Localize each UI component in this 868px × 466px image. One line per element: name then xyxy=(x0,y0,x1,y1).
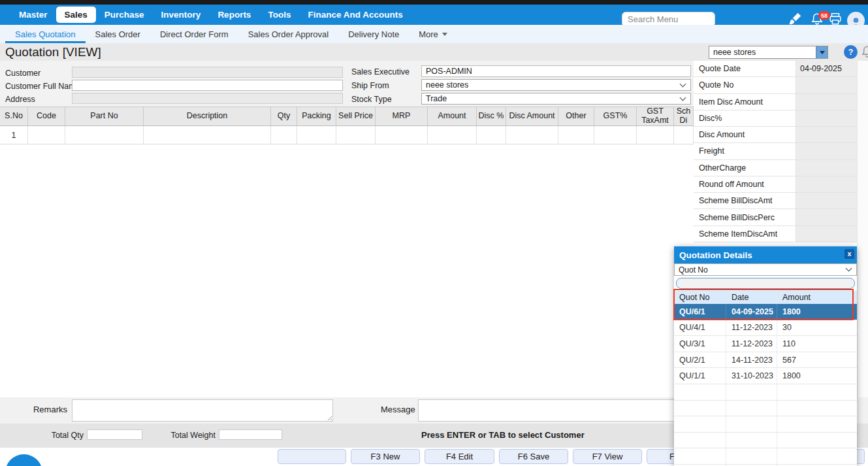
customer-field[interactable] xyxy=(72,67,343,78)
action-button-f4-edit[interactable]: F4 Edit xyxy=(425,449,494,464)
items-cell[interactable] xyxy=(637,126,674,144)
message-textarea[interactable] xyxy=(418,399,705,422)
total-weight-field[interactable] xyxy=(219,429,282,440)
chevron-down-icon xyxy=(680,94,686,101)
modal-table-row[interactable]: QU/4/111-12-202330 xyxy=(674,320,857,337)
subnav-item-delivery-note[interactable]: Delivery Note xyxy=(338,25,409,43)
close-icon[interactable]: x xyxy=(844,249,854,259)
topnav-tab-reports[interactable]: Reports xyxy=(209,7,259,23)
summary-label: Quote Date xyxy=(694,61,796,76)
topnav-tab-purchase[interactable]: Purchase xyxy=(96,7,153,23)
summary-value[interactable] xyxy=(796,143,857,159)
summary-value[interactable] xyxy=(796,193,857,208)
items-cell[interactable] xyxy=(144,126,271,144)
modal-table-row[interactable] xyxy=(674,448,857,465)
modal-table-row[interactable] xyxy=(674,384,857,401)
modal-table-row[interactable]: QU/2/114-11-2023567 xyxy=(674,352,857,369)
summary-value[interactable] xyxy=(796,176,857,192)
items-cell[interactable] xyxy=(297,126,336,144)
modal-cell: QU/4/1 xyxy=(674,320,726,336)
store-selector-dropdown-button[interactable] xyxy=(816,46,828,58)
modal-cell xyxy=(674,401,726,416)
summary-value[interactable] xyxy=(796,77,857,93)
total-qty-label: Total Qty xyxy=(37,431,84,440)
modal-filter-select[interactable]: Quot No xyxy=(674,263,857,276)
status-hint: Press ENTER or TAB to select Customer xyxy=(421,430,585,440)
modal-table-row[interactable]: QU/3/111-12-2023110 xyxy=(674,336,857,352)
summary-value[interactable] xyxy=(796,209,857,225)
items-cell[interactable] xyxy=(65,126,144,144)
items-cell[interactable] xyxy=(506,126,558,144)
subnav-item-more[interactable]: More xyxy=(409,25,457,43)
modal-search-input[interactable] xyxy=(676,278,855,289)
modal-table-row[interactable] xyxy=(674,401,857,417)
subnav-item-sales-order[interactable]: Sales Order xyxy=(86,25,150,43)
subnav-item-label: Direct Order Form xyxy=(160,29,229,39)
items-cell-sno[interactable]: 1 xyxy=(0,126,28,144)
subnav-item-label: Sales Quotation xyxy=(15,29,76,39)
items-cell[interactable] xyxy=(477,126,506,144)
app-window: MasterSalesPurchaseInventoryReportsTools… xyxy=(0,0,868,466)
modal-header[interactable]: Quotation Details x xyxy=(674,246,857,263)
subnav-item-direct-order-form[interactable]: Direct Order Form xyxy=(150,25,238,43)
items-cell[interactable] xyxy=(558,126,594,144)
items-cell[interactable] xyxy=(594,126,637,144)
sales-executive-field[interactable]: POS-ADMIN xyxy=(421,65,691,77)
stock-type-select[interactable]: Trade xyxy=(421,93,691,105)
printer-icon[interactable] xyxy=(828,12,843,26)
summary-value[interactable] xyxy=(796,110,857,126)
total-qty-field[interactable] xyxy=(87,429,142,440)
action-button-f7-view[interactable]: F7 View xyxy=(573,449,642,464)
summary-value[interactable] xyxy=(796,160,857,176)
customer-full-name-label: Customer Full Name xyxy=(5,82,80,91)
items-cell[interactable] xyxy=(428,126,477,144)
action-button-f3-new[interactable]: F3 New xyxy=(351,449,420,464)
modal-table-row[interactable] xyxy=(674,416,857,433)
action-button-blank-0[interactable] xyxy=(278,449,346,464)
items-cell[interactable] xyxy=(674,126,694,144)
items-cell[interactable] xyxy=(271,126,297,144)
modal-cell: 1800 xyxy=(777,368,857,384)
items-col-s-no: S.No xyxy=(0,107,28,125)
modal-table-header: Quot NoDateAmount xyxy=(674,291,857,304)
items-cell[interactable] xyxy=(376,126,428,144)
summary-row-item-disc-amount: Item Disc Amount xyxy=(694,94,857,110)
modal-cell xyxy=(726,416,777,432)
topnav-tab-sales[interactable]: Sales xyxy=(56,7,96,23)
address-field[interactable] xyxy=(72,93,343,104)
items-table-row[interactable]: 1 xyxy=(0,126,694,144)
modal-cell xyxy=(674,448,726,464)
bell-outline-icon-partial[interactable] xyxy=(860,44,868,59)
modal-cell: QU/2/1 xyxy=(674,352,726,368)
modal-table-row[interactable]: QU/6/104-09-20251800 xyxy=(674,304,857,320)
modal-cell: 14-11-2023 xyxy=(726,352,777,368)
summary-value[interactable] xyxy=(796,226,857,242)
summary-value[interactable] xyxy=(796,127,857,142)
subnav-item-label: Sales Order xyxy=(95,29,140,39)
modal-table-row[interactable]: QU/1/131-10-20231800 xyxy=(674,368,857,384)
summary-row-round-off-amount: Round off Amount xyxy=(694,176,857,193)
store-selector[interactable]: neee stores xyxy=(709,46,828,59)
items-cell[interactable] xyxy=(336,126,376,144)
topnav-tab-master[interactable]: Master xyxy=(10,7,56,23)
modal-table-body: QU/6/104-09-20251800QU/4/111-12-202330QU… xyxy=(674,304,857,466)
summary-value[interactable] xyxy=(796,94,857,110)
topnav-tab-finance-and-accounts[interactable]: Finance And Accounts xyxy=(299,7,411,23)
topnav-tab-inventory[interactable]: Inventory xyxy=(153,7,210,23)
items-col-gst-taxamt: GST TaxAmt xyxy=(637,107,674,125)
action-button-f6-save[interactable]: F6 Save xyxy=(499,449,568,464)
paintbrush-icon[interactable] xyxy=(788,12,802,26)
summary-value[interactable]: 04-09-2025 xyxy=(796,61,857,76)
summary-label: Quote No xyxy=(694,77,796,93)
modal-table-row[interactable] xyxy=(674,433,857,449)
resize-handle-icon[interactable] xyxy=(326,414,332,420)
subnav-item-sales-quotation[interactable]: Sales Quotation xyxy=(5,25,86,43)
customer-full-name-field[interactable] xyxy=(72,80,343,91)
items-cell[interactable] xyxy=(28,126,65,144)
subnav-item-sales-order-approval[interactable]: Sales Order Approval xyxy=(238,25,339,43)
help-icon[interactable]: ? xyxy=(844,45,858,59)
topnav-tab-tools[interactable]: Tools xyxy=(259,7,299,23)
ship-from-select[interactable]: neee stores xyxy=(421,79,691,91)
remarks-textarea[interactable] xyxy=(72,399,333,422)
items-col-sell-price: Sell Price xyxy=(336,107,376,125)
